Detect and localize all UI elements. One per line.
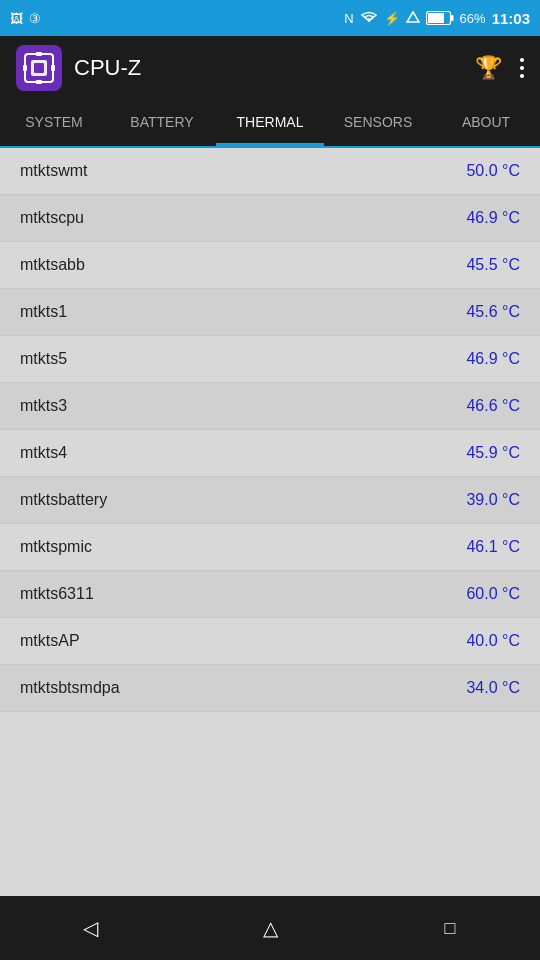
sensor-name: mtktsAP [20, 632, 80, 650]
sensor-name: mtkts4 [20, 444, 67, 462]
svg-rect-6 [34, 63, 44, 73]
sensor-value: 46.6 °C [466, 397, 520, 415]
title-bar: CPU-Z 🏆 [0, 36, 540, 100]
sensor-value: 39.0 °C [466, 491, 520, 509]
sensor-name: mtkts6311 [20, 585, 94, 603]
tab-system[interactable]: System [0, 100, 108, 146]
svg-rect-9 [36, 52, 42, 56]
tab-bar: System Battery Thermal Sensors About [0, 100, 540, 148]
battery-percent: 66% [460, 11, 486, 26]
recent-button[interactable]: □ [420, 908, 480, 948]
tab-about[interactable]: About [432, 100, 540, 146]
sensor-value: 45.6 °C [466, 303, 520, 321]
table-row: mtktsbattery39.0 °C [0, 477, 540, 524]
status-bar: 🖼 ③ N ⚡ 66% 11:03 [0, 0, 540, 36]
more-options-icon[interactable] [520, 58, 524, 78]
svg-rect-8 [51, 65, 55, 71]
app-icon [16, 45, 62, 91]
nfc-icon: N [344, 11, 353, 26]
sensor-value: 45.9 °C [466, 444, 520, 462]
app-title-section: CPU-Z [16, 45, 141, 91]
wifi-icon [360, 10, 378, 27]
title-actions: 🏆 [475, 55, 524, 81]
sensor-name: mtkts1 [20, 303, 67, 321]
sensor-value: 50.0 °C [466, 162, 520, 180]
sensor-name: mtkts5 [20, 350, 67, 368]
app-name: CPU-Z [74, 55, 141, 81]
home-button[interactable]: △ [240, 908, 300, 948]
sensor-name: mtktsbtsmdpa [20, 679, 120, 697]
gallery-icon: 🖼 [10, 11, 23, 26]
svg-rect-10 [36, 80, 42, 84]
sensor-value: 40.0 °C [466, 632, 520, 650]
table-row: mtkts631160.0 °C [0, 571, 540, 618]
sensor-name: mtktsabb [20, 256, 85, 274]
sensor-value: 46.9 °C [466, 209, 520, 227]
back-button[interactable]: ◁ [60, 908, 120, 948]
table-row: mtktsabb45.5 °C [0, 242, 540, 289]
table-row: mtkts346.6 °C [0, 383, 540, 430]
sensor-name: mtktspmic [20, 538, 92, 556]
table-row: mtkts546.9 °C [0, 336, 540, 383]
svg-rect-2 [428, 13, 444, 23]
table-row: mtkts445.9 °C [0, 430, 540, 477]
sensor-value: 46.9 °C [466, 350, 520, 368]
tab-sensors[interactable]: Sensors [324, 100, 432, 146]
charging-icon: ⚡ [384, 11, 400, 26]
sensor-name: mtktsbattery [20, 491, 107, 509]
status-left-icons: 🖼 ③ [10, 11, 41, 26]
thermal-content: mtktswmt50.0 °Cmtktscpu46.9 °Cmtktsabb45… [0, 148, 540, 896]
tab-battery[interactable]: Battery [108, 100, 216, 146]
battery-icon [426, 11, 454, 25]
time-display: 11:03 [492, 10, 530, 27]
table-row: mtkts145.6 °C [0, 289, 540, 336]
sensor-value: 34.0 °C [466, 679, 520, 697]
table-row: mtktswmt50.0 °C [0, 148, 540, 195]
sensor-name: mtkts3 [20, 397, 67, 415]
table-row: mtktsbtsmdpa34.0 °C [0, 665, 540, 712]
sensor-value: 46.1 °C [466, 538, 520, 556]
trophy-icon[interactable]: 🏆 [475, 55, 502, 81]
nav-bar: ◁ △ □ [0, 896, 540, 960]
sensor-name: mtktscpu [20, 209, 84, 227]
svg-rect-3 [451, 15, 454, 21]
sensor-value: 45.5 °C [466, 256, 520, 274]
signal-icon [406, 10, 420, 27]
sensor-value: 60.0 °C [466, 585, 520, 603]
table-row: mtktspmic46.1 °C [0, 524, 540, 571]
sensor-name: mtktswmt [20, 162, 88, 180]
svg-marker-0 [407, 12, 419, 22]
tab-thermal[interactable]: Thermal [216, 100, 324, 146]
table-row: mtktsAP40.0 °C [0, 618, 540, 665]
svg-rect-7 [23, 65, 27, 71]
table-row: mtktscpu46.9 °C [0, 195, 540, 242]
status-right-icons: N ⚡ 66% 11:03 [344, 10, 530, 27]
three-icon: ③ [29, 11, 41, 26]
